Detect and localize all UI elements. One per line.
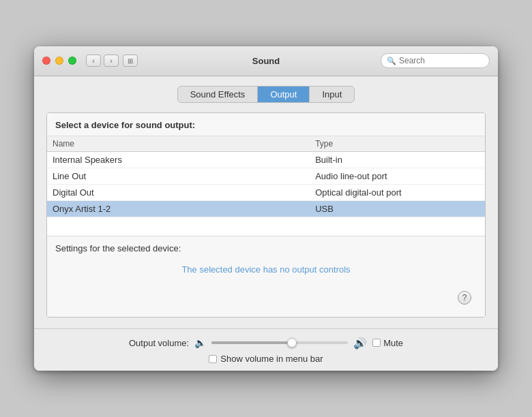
mute-label: Mute xyxy=(383,338,403,348)
device-name: Digital Out xyxy=(47,184,310,200)
slider-fill xyxy=(211,341,293,344)
bottom-bar: Output volume: 🔈 🔊 Mute Show volume in m… xyxy=(34,328,498,371)
search-input[interactable] xyxy=(399,56,484,65)
settings-section: Settings for the selected device: The se… xyxy=(47,236,485,317)
device-type: USB xyxy=(310,200,485,217)
tab-input[interactable]: Input xyxy=(309,87,354,102)
device-type: Built-in xyxy=(310,151,485,168)
help-button[interactable]: ? xyxy=(458,291,471,305)
forward-button[interactable]: › xyxy=(104,55,119,67)
device-type: Optical digital-out port xyxy=(310,184,485,200)
mute-checkbox[interactable] xyxy=(372,339,381,347)
show-volume-row: Show volume in menu bar xyxy=(46,354,486,364)
table-row[interactable]: Digital Out Optical digital-out port xyxy=(47,184,485,200)
table-row[interactable]: Internal Speakers Built-in xyxy=(47,151,485,168)
device-name: Line Out xyxy=(47,168,310,184)
table-row-selected[interactable]: Onyx Artist 1-2 USB xyxy=(47,200,485,217)
titlebar: ‹ › ⊞ Sound 🔍 xyxy=(34,46,498,76)
volume-row: Output volume: 🔈 🔊 Mute xyxy=(46,336,486,350)
tab-group: Sound Effects Output Input xyxy=(46,86,486,103)
table-row[interactable]: Line Out Audio line-out port xyxy=(47,168,485,184)
col-type: Type xyxy=(310,136,485,152)
settings-label: Settings for the selected device: xyxy=(55,243,477,253)
mute-container: Mute xyxy=(372,338,403,348)
device-panel: Select a device for sound output: Name T… xyxy=(46,112,486,318)
minimize-button[interactable] xyxy=(55,57,63,65)
volume-slider-container[interactable] xyxy=(211,336,348,350)
search-icon: 🔍 xyxy=(387,57,396,65)
col-name: Name xyxy=(47,136,310,152)
window-title: Sound xyxy=(252,56,280,66)
tab-sound-effects[interactable]: Sound Effects xyxy=(178,87,258,102)
show-volume-label: Show volume in menu bar xyxy=(220,354,323,364)
volume-high-icon: 🔊 xyxy=(353,337,367,350)
volume-low-icon: 🔈 xyxy=(194,337,206,348)
output-volume-label: Output volume: xyxy=(129,338,189,348)
tab-output[interactable]: Output xyxy=(257,87,309,102)
grid-button[interactable]: ⊞ xyxy=(123,55,138,67)
close-button[interactable] xyxy=(42,57,50,65)
panel-header: Select a device for sound output: xyxy=(47,113,485,136)
device-name: Internal Speakers xyxy=(47,151,310,168)
no-controls-message: The selected device has no output contro… xyxy=(55,253,477,288)
content-area: Sound Effects Output Input Select a devi… xyxy=(34,76,498,329)
main-window: ‹ › ⊞ Sound 🔍 Sound Effects Output Input… xyxy=(34,46,498,371)
slider-track xyxy=(211,341,348,344)
nav-buttons: ‹ › xyxy=(86,55,119,67)
device-table: Name Type Internal Speakers Built-in Lin… xyxy=(47,136,485,236)
show-volume-checkbox[interactable] xyxy=(209,355,217,363)
slider-thumb[interactable] xyxy=(287,338,297,348)
help-btn-row: ? xyxy=(55,288,477,310)
device-type: Audio line-out port xyxy=(310,168,485,184)
table-row-empty xyxy=(47,217,485,236)
traffic-lights xyxy=(42,57,76,65)
device-name: Onyx Artist 1-2 xyxy=(47,200,310,217)
maximize-button[interactable] xyxy=(68,57,76,65)
search-box[interactable]: 🔍 xyxy=(381,53,490,68)
back-button[interactable]: ‹ xyxy=(86,55,101,67)
